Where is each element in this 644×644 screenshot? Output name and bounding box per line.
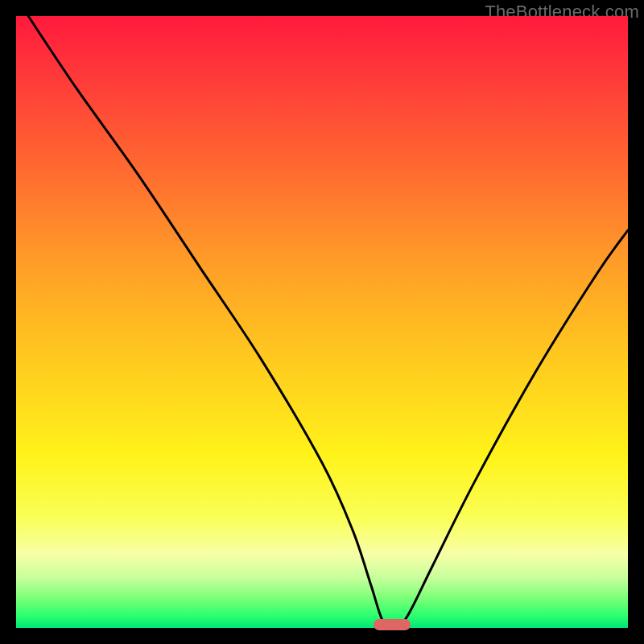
optimum-marker [374, 619, 411, 630]
bottleneck-curve [16, 16, 628, 628]
plot-area [16, 16, 628, 628]
chart-container: TheBottleneck.com [0, 0, 644, 644]
